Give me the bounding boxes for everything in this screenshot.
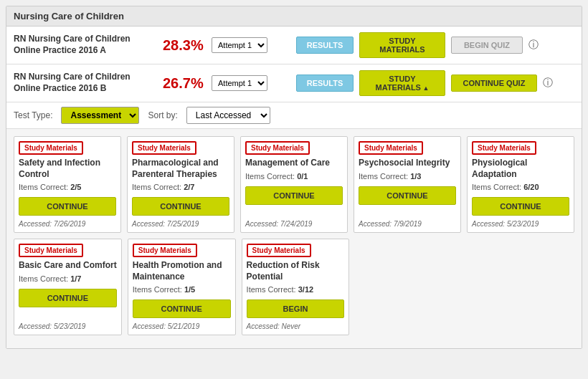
card-psychosocial: Study Materials Psychosocial Integrity I… — [354, 136, 461, 233]
cards-row-1: Study Materials Safety and Infection Con… — [14, 136, 574, 233]
card-pharmacological-badge: Study Materials — [132, 141, 196, 155]
card-physiological-accessed: Accessed: 5/23/2019 — [468, 220, 574, 232]
card-safety-badge: Study Materials — [19, 141, 83, 155]
card-pharmacological: Study Materials Pharmacological and Pare… — [127, 136, 234, 233]
card-basic-care: Study Materials Basic Care and Comfort I… — [14, 239, 122, 335]
card-safety-accessed: Accessed: 7/26/2019 — [14, 220, 120, 232]
quiz-a-percent: 28.3% — [163, 37, 206, 54]
row2-spacer-2 — [468, 239, 574, 335]
card-management-accessed: Accessed: 7/24/2019 — [241, 220, 347, 232]
test-type-label: Test Type: — [14, 110, 52, 120]
card-basic-care-accessed: Accessed: 5/23/2019 — [14, 322, 121, 335]
card-physiological-items: Items Correct: 6/20 — [468, 183, 574, 196]
card-pharmacological-title: Pharmacological and Parenteral Therapies — [128, 158, 234, 183]
card-reduction-risk-badge: Study Materials — [247, 244, 311, 257]
card-reduction-risk-items: Items Correct: 3/12 — [242, 285, 349, 298]
card-pharmacological-continue-button[interactable]: CONTINUE — [132, 197, 229, 216]
quiz-b-study-button[interactable]: STUDY MATERIALS — [359, 70, 445, 96]
card-psychosocial-badge: Study Materials — [359, 141, 423, 155]
quiz-a-results-button[interactable]: RESULTS — [296, 37, 354, 54]
quiz-b-title: RN Nursing Care of Children Online Pract… — [14, 72, 157, 94]
quiz-a-info-icon[interactable]: ⓘ — [528, 39, 540, 52]
card-physiological-badge: Study Materials — [472, 141, 536, 155]
cards-row-2: Study Materials Basic Care and Comfort I… — [14, 239, 574, 335]
main-container: Nursing Care of Children RN Nursing Care… — [6, 6, 582, 349]
card-management-title: Management of Care — [241, 158, 347, 172]
card-basic-care-badge: Study Materials — [19, 244, 83, 257]
card-psychosocial-continue-button[interactable]: CONTINUE — [359, 186, 456, 205]
section-title: Nursing Care of Children — [14, 11, 124, 21]
card-health-promotion-items: Items Correct: 1/5 — [128, 285, 235, 298]
card-health-promotion-title: Health Promotion and Maintenance — [128, 260, 235, 285]
quiz-b-attempt-select[interactable]: Attempt 1 — [212, 75, 267, 91]
card-reduction-risk-begin-button[interactable]: BEGIN — [247, 299, 345, 318]
quiz-a-title: RN Nursing Care of Children Online Pract… — [14, 34, 157, 56]
card-management-continue-button[interactable]: CONTINUE — [245, 186, 343, 205]
card-health-promotion-continue-button[interactable]: CONTINUE — [133, 299, 231, 318]
test-type-select[interactable]: Assessment — [61, 107, 139, 124]
card-basic-care-items: Items Correct: 1/7 — [14, 274, 121, 287]
card-management-items: Items Correct: 0/1 — [241, 172, 347, 185]
card-health-promotion-accessed: Accessed: 5/21/2019 — [128, 322, 235, 335]
quiz-b-attempt[interactable]: Attempt 1 — [212, 75, 290, 91]
quiz-a-action-button[interactable]: BEGIN QUIZ — [451, 37, 523, 54]
quiz-a-attempt[interactable]: Attempt 1 — [212, 37, 290, 53]
card-reduction-risk-accessed: Accessed: Never — [242, 322, 349, 335]
quiz-b-info-icon[interactable]: ⓘ — [543, 77, 554, 90]
card-management: Study Materials Management of Care Items… — [240, 136, 348, 233]
card-physiological-title: Physiological Adaptation — [468, 158, 574, 183]
card-management-badge: Study Materials — [245, 141, 310, 155]
card-psychosocial-accessed: Accessed: 7/9/2019 — [354, 220, 460, 232]
card-basic-care-continue-button[interactable]: CONTINUE — [19, 289, 117, 307]
card-reduction-risk: Study Materials Reduction of Risk Potent… — [242, 239, 350, 335]
quiz-b-results-button[interactable]: RESULTS — [296, 75, 354, 92]
quiz-row-b: RN Nursing Care of Children Online Pract… — [6, 64, 582, 102]
card-psychosocial-items: Items Correct: 1/3 — [354, 172, 460, 185]
card-safety-items: Items Correct: 2/5 — [14, 183, 120, 196]
card-health-promotion-badge: Study Materials — [133, 244, 197, 257]
quiz-b-action-button[interactable]: CONTINUE QUIZ — [451, 75, 537, 92]
cards-section: Study Materials Safety and Infection Con… — [6, 129, 582, 348]
card-health-promotion: Study Materials Health Promotion and Mai… — [128, 239, 236, 335]
card-pharmacological-items: Items Correct: 2/7 — [128, 183, 234, 196]
filter-row: Test Type: Assessment Sort by: Last Acce… — [6, 102, 582, 129]
quiz-a-study-button[interactable]: STUDY MATERIALS — [359, 32, 445, 58]
card-psychosocial-title: Psychosocial Integrity — [354, 158, 460, 172]
quiz-a-attempt-select[interactable]: Attempt 1 — [212, 37, 267, 53]
card-physiological: Study Materials Physiological Adaptation… — [467, 136, 574, 233]
quiz-row-a: RN Nursing Care of Children Online Pract… — [6, 27, 582, 64]
card-safety-continue-button[interactable]: CONTINUE — [19, 197, 116, 216]
card-reduction-risk-title: Reduction of Risk Potential — [242, 260, 349, 285]
card-safety: Study Materials Safety and Infection Con… — [14, 136, 121, 233]
sort-by-select[interactable]: Last Accessed — [186, 107, 270, 124]
card-physiological-continue-button[interactable]: CONTINUE — [472, 197, 569, 216]
card-pharmacological-accessed: Accessed: 7/25/2019 — [128, 220, 234, 232]
quiz-b-percent: 26.7% — [163, 75, 206, 92]
sort-by-label: Sort by: — [148, 110, 177, 120]
card-basic-care-title: Basic Care and Comfort — [14, 260, 121, 274]
section-header: Nursing Care of Children — [6, 6, 582, 27]
row2-spacer-1 — [355, 239, 462, 335]
card-safety-title: Safety and Infection Control — [14, 158, 120, 183]
